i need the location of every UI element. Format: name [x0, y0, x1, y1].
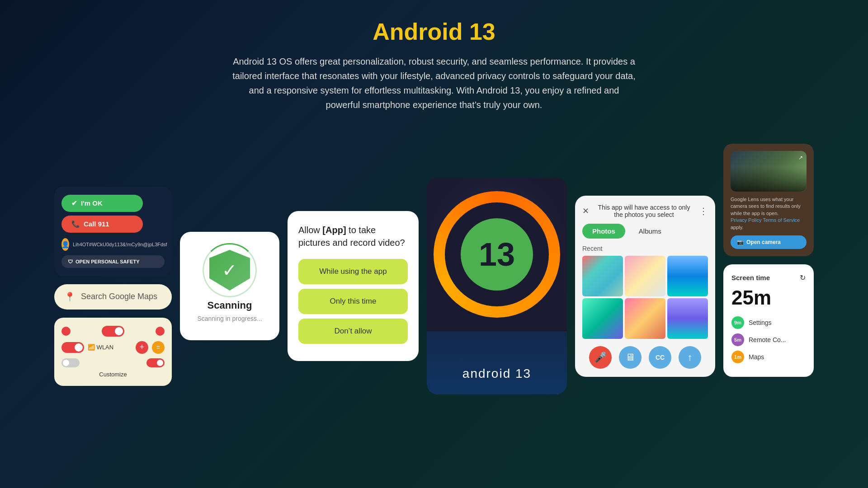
permission-card: Allow [App] to take pictures and record …: [288, 211, 419, 361]
android13-label: android 13: [462, 366, 531, 381]
app-name-label: [App]: [322, 225, 346, 235]
settings-dot: 9m: [731, 316, 744, 329]
open-camera-button[interactable]: 📷 Open camera: [731, 235, 807, 249]
maps-search-text: Search Google Maps: [81, 292, 157, 301]
photo-grid: [582, 256, 708, 339]
photo-cell-6[interactable]: [667, 298, 708, 339]
right-column: ↗ Google Lens uses what your camera sees…: [723, 135, 814, 377]
im-ok-button[interactable]: ✔ I'm OK: [61, 195, 143, 212]
gear-inner: 13: [445, 202, 549, 306]
eq-button[interactable]: =: [152, 341, 165, 354]
page-header: Android 13 Android 13 OS offers great pe…: [0, 0, 868, 121]
remote-app-name: Remote Co...: [749, 336, 786, 343]
toggle-switch-1[interactable]: [102, 326, 124, 337]
screen-time-title: Screen time: [731, 274, 770, 282]
screen-button[interactable]: 🖥: [619, 346, 642, 369]
lens-terms-link[interactable]: Terms of Service: [763, 217, 800, 223]
photos-tab[interactable]: Photos: [582, 224, 625, 239]
maps-search-bar[interactable]: 📍 Search Google Maps: [54, 284, 172, 310]
android13-number: 13: [479, 236, 515, 273]
photo-action-row: 🎤 🖥 CC ↑: [582, 346, 708, 369]
photo-tabs: Photos Albums: [582, 224, 708, 239]
maps-app-name: Maps: [749, 353, 764, 361]
photo-cell-3[interactable]: [667, 256, 708, 296]
dont-allow-button[interactable]: Don’t allow: [298, 319, 408, 344]
refresh-icon[interactable]: ↻: [800, 273, 806, 282]
android13-gear-bg: 13: [427, 178, 567, 331]
close-photo-icon[interactable]: ✕: [582, 206, 589, 216]
mic-button[interactable]: 🎤: [589, 346, 612, 369]
android13-badge: 13: [461, 218, 533, 291]
check-icon: ✔: [71, 199, 77, 207]
google-lens-card: ↗ Google Lens uses what your camera sees…: [723, 144, 814, 256]
toggle-row-1: [61, 326, 165, 337]
page-subtitle: Android 13 OS offers great personalizati…: [231, 54, 637, 112]
gear-outer: 13: [434, 191, 560, 318]
add-button[interactable]: +: [136, 341, 148, 354]
user-avatar: 👤: [61, 238, 69, 251]
gear-ring: 13: [434, 191, 560, 318]
photo-cell-1[interactable]: [582, 256, 623, 296]
screen-time-row-settings: 9m Settings: [731, 316, 806, 329]
phone-icon: 📞: [71, 220, 80, 228]
photo-cell-5[interactable]: [625, 298, 665, 339]
lens-privacy-link[interactable]: Privacy Policy: [731, 217, 761, 223]
page-title: Android 13: [90, 18, 778, 45]
screen-time-row-remote: 5m Remote Co...: [731, 333, 806, 346]
check-icon: ✓: [222, 261, 237, 279]
wifi-row: 📶 WLAN + =: [61, 341, 165, 354]
more-icon[interactable]: ⋮: [699, 206, 708, 216]
photo-cell-4[interactable]: [582, 298, 623, 339]
photo-picker-header: ✕ This app will have access to only the …: [582, 204, 708, 218]
user-row: 👤 Lih4OT#WCkU0dy113&!mCy9n@jpL3Fdsf: [61, 238, 165, 251]
lens-image: ↗: [731, 151, 807, 192]
call-911-button[interactable]: 📞 Call 911: [61, 216, 143, 233]
remote-dot: 5m: [731, 333, 744, 346]
camera-icon: 📷: [737, 239, 744, 245]
lens-cursor-icon: ↗: [798, 155, 803, 161]
upload-button[interactable]: ↑: [679, 346, 701, 369]
customize-label: Customize: [61, 371, 165, 378]
wifi-label: 📶 WLAN: [88, 344, 132, 351]
recent-label: Recent: [582, 245, 708, 252]
left-column: ✔ I'm OK 📞 Call 911 👤 Lih4OT#WCkU0dy113&…: [54, 187, 172, 386]
cards-row: ✔ I'm OK 📞 Call 911 👤 Lih4OT#WCkU0dy113&…: [0, 121, 868, 446]
toggle-small-1[interactable]: [61, 358, 80, 367]
safety-icon: 🛡: [68, 259, 73, 264]
open-personal-safety-button[interactable]: 🛡 OPEN PERSONAL SAFETY: [61, 255, 165, 268]
while-using-app-button[interactable]: While using the app: [298, 259, 408, 284]
toggle-small-2[interactable]: [146, 358, 165, 367]
scanning-card: ✓ Scanning Scanning in progress...: [180, 232, 279, 340]
permission-text-prefix: Allow: [298, 225, 322, 235]
photo-picker-title: This app will have access to only the ph…: [593, 204, 695, 218]
customize-bottom: [61, 358, 165, 367]
settings-app-name: Settings: [749, 319, 772, 326]
toggle-dot: [61, 327, 71, 336]
city-silhouette: [731, 167, 807, 192]
scan-title: Scanning: [207, 300, 252, 311]
customize-card: 📶 WLAN + = Customize: [54, 318, 172, 386]
screen-time-header: Screen time ↻: [731, 273, 806, 282]
pin-icon: 📍: [64, 291, 75, 302]
cc-button[interactable]: CC: [649, 346, 671, 369]
photo-cell-2[interactable]: [625, 256, 665, 296]
screen-time-total: 25m: [731, 286, 806, 309]
screen-time-card: Screen time ↻ 25m 9m Settings 5m Remote …: [723, 264, 814, 377]
scan-subtitle: Scanning in progress...: [197, 315, 262, 322]
toggle-switch-wifi[interactable]: [61, 342, 84, 353]
lens-description: Google Lens uses what your camera sees t…: [731, 196, 807, 231]
user-code: Lih4OT#WCkU0dy113&!mCy9n@jpL3Fdsf: [73, 242, 167, 247]
toggle-dot-2: [156, 327, 165, 336]
safety-card: ✔ I'm OK 📞 Call 911 👤 Lih4OT#WCkU0dy113&…: [54, 187, 172, 276]
only-this-time-button[interactable]: Only this time: [298, 289, 408, 314]
albums-tab[interactable]: Albums: [629, 224, 671, 239]
maps-dot: 1m: [731, 351, 744, 363]
screen-time-row-maps: 1m Maps: [731, 351, 806, 363]
permission-title: Allow [App] to take pictures and record …: [298, 224, 408, 249]
photo-picker-card: ✕ This app will have access to only the …: [575, 196, 715, 377]
scan-icon-wrap: ✓: [209, 250, 250, 291]
android13-card: 13 android 13: [427, 178, 567, 394]
